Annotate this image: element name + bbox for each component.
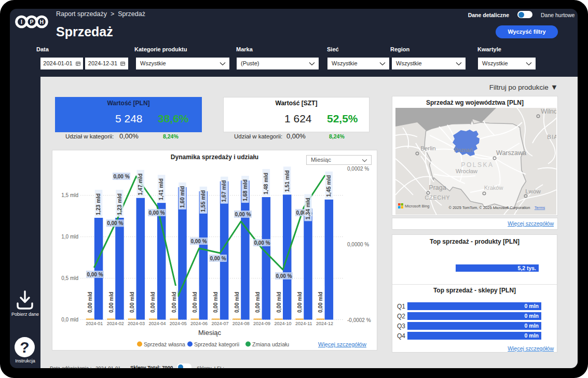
svg-text:0,00 mld: 0,00 mld	[192, 292, 198, 313]
svg-text:H: H	[40, 19, 44, 25]
svg-text:Wrocław: Wrocław	[456, 168, 477, 174]
svg-text:2024-02: 2024-02	[107, 321, 124, 326]
svg-text:0,00 mld: 0,00 mld	[234, 292, 240, 313]
svg-text:1,68 mld: 1,68 mld	[242, 179, 248, 201]
svg-text:1,23 mld: 1,23 mld	[95, 193, 101, 215]
svg-text:Berlin: Berlin	[420, 145, 435, 151]
svg-text:0,00 mld: 0,00 mld	[213, 292, 218, 313]
svg-text:Sprzedaż kategorii: Sprzedaż kategorii	[194, 341, 239, 347]
svg-text:0,00 %: 0,00 %	[254, 240, 270, 246]
svg-text:2024-10: 2024-10	[274, 321, 291, 326]
svg-text:0,00 mld: 0,00 mld	[276, 292, 282, 313]
svg-text:POLSKA: POLSKA	[461, 161, 494, 169]
svg-text:0,00 mld: 0,00 mld	[87, 292, 93, 313]
svg-text:1,0 mld: 1,0 mld	[61, 234, 78, 240]
svg-text:Microsoft Bing: Microsoft Bing	[405, 204, 430, 208]
svg-text:Poznań: Poznań	[454, 147, 473, 153]
svg-text:0,00 mld: 0,00 mld	[129, 292, 135, 313]
svg-text:0,00 %: 0,00 %	[276, 273, 292, 279]
svg-text:0,00 %: 0,00 %	[113, 174, 129, 179]
svg-text:© 2025 TomTom, © 2025 Microsof: © 2025 TomTom, © 2025 Microsoft Corporat…	[449, 205, 530, 210]
svg-text:Miesiąc: Miesiąc	[198, 329, 222, 337]
svg-text:2024-07: 2024-07	[211, 321, 228, 326]
svg-text:0,00 mld: 0,00 mld	[255, 292, 261, 313]
svg-text:Zmiana udziału: Zmiana udziału	[252, 341, 289, 347]
svg-text:1,60 mld: 1,60 mld	[179, 186, 185, 208]
svg-text:0,00 %: 0,00 %	[148, 210, 165, 216]
svg-text:Terms: Terms	[535, 205, 545, 210]
svg-text:1,23 mld: 1,23 mld	[116, 193, 122, 215]
svg-text:Sprzedaż własna: Sprzedaż własna	[144, 341, 185, 347]
svg-text:2024-12: 2024-12	[316, 321, 333, 326]
svg-text:1,47 mld: 1,47 mld	[137, 174, 143, 195]
svg-text:1,67 mld: 1,67 mld	[221, 180, 227, 202]
svg-text:0,0 mld: 0,0 mld	[61, 317, 78, 323]
svg-text:BIA: BIA	[547, 134, 558, 140]
svg-text:0,0000 %: 0,0000 %	[347, 242, 369, 247]
svg-text:2024-11: 2024-11	[295, 321, 312, 326]
svg-text:1,45 mld: 1,45 mld	[325, 175, 332, 197]
svg-text:1,55 mld: 1,55 mld	[200, 190, 206, 212]
svg-text:Warszawa: Warszawa	[496, 149, 526, 157]
svg-text:P: P	[30, 19, 33, 25]
svg-text:1,51 mld: 1,51 mld	[284, 170, 290, 192]
svg-text:0,00 mld: 0,00 mld	[297, 292, 303, 313]
svg-text:1,41 mld: 1,41 mld	[158, 178, 164, 200]
svg-text:Lwów: Lwów	[525, 188, 541, 194]
svg-text:1,48 mld: 1,48 mld	[263, 173, 269, 194]
svg-text:0,00 mld: 0,00 mld	[171, 292, 177, 313]
svg-text:1,34 mld: 1,34 mld	[305, 198, 311, 219]
svg-text:2024-03: 2024-03	[128, 321, 145, 326]
svg-text:0,00 %: 0,00 %	[190, 239, 207, 244]
svg-text:0,00 mld: 0,00 mld	[150, 292, 156, 313]
svg-text:0,00 %: 0,00 %	[107, 220, 123, 226]
svg-text:0,5 mld: 0,5 mld	[61, 275, 78, 281]
svg-text:2024-01: 2024-01	[86, 321, 103, 326]
svg-text:2024-05: 2024-05	[170, 321, 187, 326]
svg-text:0,00 mld: 0,00 mld	[108, 292, 114, 313]
svg-text:2024-09: 2024-09	[253, 321, 270, 326]
svg-text:-0,0002 %: -0,0002 %	[347, 317, 371, 323]
svg-text:0,00 %: 0,00 %	[87, 272, 103, 277]
svg-text:0,00 mld: 0,00 mld	[318, 292, 323, 313]
svg-text:Kraków: Kraków	[484, 185, 503, 191]
svg-text:1,5 mld: 1,5 mld	[61, 192, 78, 198]
svg-text:Wilno: Wilno	[541, 108, 557, 115]
svg-text:2024-06: 2024-06	[190, 321, 208, 326]
svg-text:0,00 %: 0,00 %	[235, 212, 251, 217]
svg-text:Praga: Praga	[429, 184, 446, 191]
svg-text:0,0002 %: 0,0002 %	[347, 166, 369, 172]
svg-text:I: I	[21, 19, 22, 25]
svg-text:CZECHY: CZECHY	[425, 194, 450, 201]
svg-text:2024-08: 2024-08	[233, 321, 250, 326]
svg-text:2024-04: 2024-04	[148, 321, 166, 326]
svg-text:0,00 %: 0,00 %	[210, 256, 226, 261]
